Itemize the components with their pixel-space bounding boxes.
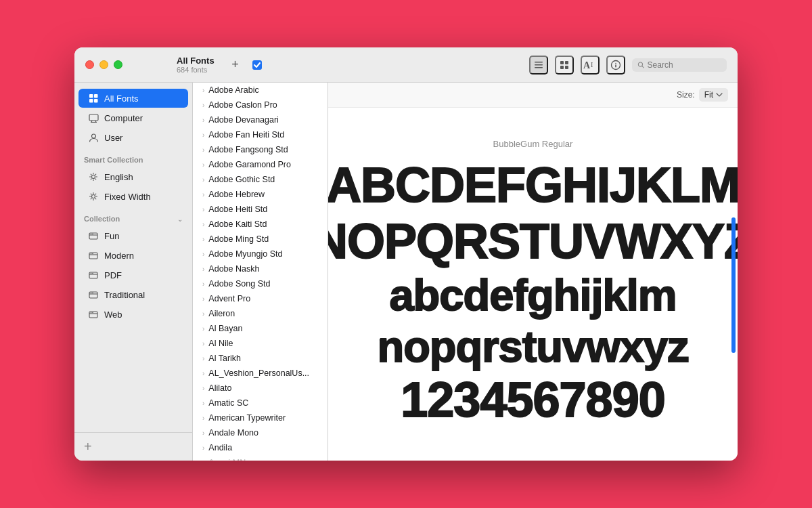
fixed-width-label: Fixed Width <box>104 192 151 202</box>
list-item-chevron: › <box>202 161 204 169</box>
sidebar-item-fun[interactable]: Fun <box>78 226 188 245</box>
add-collection-button[interactable]: + <box>84 440 92 453</box>
list-item[interactable]: ›Al Bayan <box>193 321 328 336</box>
close-button[interactable] <box>85 60 94 69</box>
list-item[interactable]: ›Adobe Arabic <box>193 83 328 98</box>
list-item-label: Adobe Garamond Pro <box>208 160 291 169</box>
list-view-button[interactable] <box>529 56 548 75</box>
list-item[interactable]: ›Andila <box>193 440 328 455</box>
list-item[interactable]: ›Adobe Devanagari <box>193 112 328 127</box>
list-item-chevron: › <box>202 87 204 94</box>
list-item[interactable]: ›AL_Veshion_PersonalUs... <box>193 366 328 381</box>
traffic-lights <box>85 60 122 69</box>
sidebar-item-pdf[interactable]: PDF <box>78 266 188 284</box>
scrollbar-thumb[interactable] <box>731 217 736 352</box>
titlebar-actions: + <box>228 58 265 72</box>
list-item[interactable]: ›Adobe Kaiti Std <box>193 217 328 232</box>
list-item-chevron: › <box>202 146 204 154</box>
svg-rect-6 <box>560 66 564 69</box>
search-box[interactable] <box>632 58 727 72</box>
add-font-button[interactable]: + <box>228 58 243 72</box>
preview-row-1: ABCDEFGHIJKLM <box>328 158 738 212</box>
collection-chevron[interactable]: ⌄ <box>177 215 183 223</box>
list-item[interactable]: ›Annai MN <box>193 455 328 461</box>
svg-rect-5 <box>565 61 568 64</box>
list-item-label: Adobe Devanagari <box>208 115 279 125</box>
preview-content: BubbleGum Regular ABCDEFGHIJKLM NOPQRSTU… <box>328 108 738 461</box>
fun-label: Fun <box>104 231 119 241</box>
list-item-chevron: › <box>202 117 204 124</box>
sidebar-item-user[interactable]: User <box>78 128 188 147</box>
traditional-collection-icon <box>88 289 99 300</box>
list-item-chevron: › <box>202 176 204 184</box>
pdf-label: PDF <box>104 270 122 280</box>
computer-label: Computer <box>104 113 143 123</box>
user-label: User <box>104 133 122 143</box>
list-item[interactable]: ›Adobe Fan Heiti Std <box>193 127 328 142</box>
list-item-label: Amatic SC <box>208 398 248 408</box>
sidebar-item-web[interactable]: Web <box>78 305 188 324</box>
sidebar-item-traditional[interactable]: Traditional <box>78 285 188 304</box>
sidebar-item-modern[interactable]: Modern <box>78 246 188 265</box>
fun-collection-icon <box>88 230 99 241</box>
list-item-label: American Typewriter <box>208 413 286 423</box>
list-item-chevron: › <box>202 415 204 422</box>
list-item[interactable]: ›Adobe Caslon Pro <box>193 98 328 112</box>
english-label: English <box>104 172 133 182</box>
svg-text:A: A <box>583 60 591 70</box>
list-item[interactable]: ›Alilato <box>193 381 328 396</box>
sidebar-item-english[interactable]: English <box>78 167 188 186</box>
english-gear-icon <box>88 171 99 182</box>
list-item[interactable]: ›Adobe Hebrew <box>193 187 328 202</box>
list-item[interactable]: ›Al Nile <box>193 336 328 351</box>
list-item[interactable]: ›Adobe Garamond Pro <box>193 157 328 172</box>
svg-point-29 <box>92 234 93 235</box>
list-item-chevron: › <box>202 266 204 273</box>
list-item[interactable]: ›Adobe Ming Std <box>193 232 328 247</box>
grid-view-button[interactable] <box>555 56 574 75</box>
font-size-button[interactable]: A I <box>581 56 600 75</box>
list-item[interactable]: ›Al Tarikh <box>193 351 328 366</box>
size-value: Fit <box>704 90 713 100</box>
preview-scrollbar[interactable] <box>731 117 736 454</box>
user-icon <box>88 132 99 143</box>
list-item-chevron: › <box>202 310 204 318</box>
list-item[interactable]: ›Advent Pro <box>193 291 328 306</box>
svg-rect-2 <box>535 64 543 66</box>
list-item[interactable]: ›Adobe Heiti Std <box>193 202 328 217</box>
svg-rect-1 <box>535 62 543 63</box>
size-select[interactable]: Fit <box>699 88 728 102</box>
sidebar-item-all-fonts[interactable]: All Fonts <box>78 89 188 108</box>
svg-rect-16 <box>94 94 98 98</box>
info-button[interactable] <box>606 56 625 75</box>
list-item[interactable]: ›American Typewriter <box>193 410 328 425</box>
list-item-label: Advent Pro <box>208 294 250 303</box>
list-item-label: Adobe Kaiti Std <box>208 219 267 229</box>
sidebar-item-fixed-width[interactable]: Fixed Width <box>78 187 188 206</box>
sidebar-item-computer[interactable]: Computer <box>78 108 188 127</box>
list-item[interactable]: ›Adobe Fangsong Std <box>193 142 328 157</box>
list-item[interactable]: ›Adobe Song Std <box>193 276 328 291</box>
maximize-button[interactable] <box>114 60 122 69</box>
list-item[interactable]: ›Adobe Naskh <box>193 261 328 276</box>
pdf-collection-icon <box>88 270 99 280</box>
list-item-chevron: › <box>202 280 204 288</box>
grid-view-icon <box>559 60 570 70</box>
minimize-button[interactable] <box>99 60 108 69</box>
modern-collection-icon <box>88 250 99 261</box>
list-item[interactable]: ›Amatic SC <box>193 396 328 410</box>
font-list[interactable]: ›Adobe Arabic›Adobe Caslon Pro›Adobe Dev… <box>193 83 328 461</box>
checkbox-button[interactable] <box>250 58 265 72</box>
main-window: All Fonts 684 fonts + <box>74 47 738 461</box>
main-content: All Fonts Computer <box>74 83 738 461</box>
search-input[interactable] <box>648 60 721 70</box>
search-icon <box>637 61 645 69</box>
list-item[interactable]: ›Aileron <box>193 306 328 321</box>
list-item[interactable]: ›Andale Mono <box>193 425 328 440</box>
svg-point-37 <box>92 273 93 274</box>
window-title: All Fonts <box>177 56 215 66</box>
modern-label: Modern <box>104 251 134 261</box>
list-item[interactable]: ›Adobe Myungjo Std <box>193 247 328 261</box>
titlebar: All Fonts 684 fonts + <box>74 47 738 83</box>
list-item[interactable]: ›Adobe Gothic Std <box>193 172 328 187</box>
